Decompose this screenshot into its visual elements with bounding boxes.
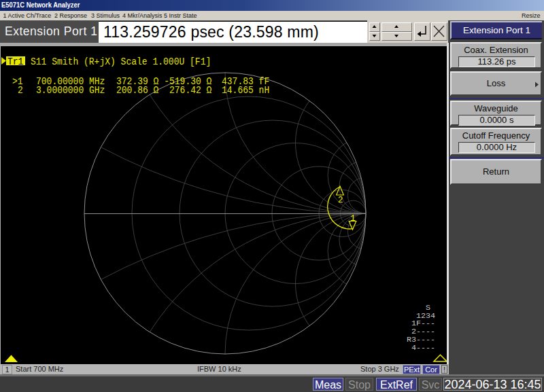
svg-text:2: 2 — [338, 195, 343, 205]
svg-text:1: 1 — [350, 213, 356, 224]
